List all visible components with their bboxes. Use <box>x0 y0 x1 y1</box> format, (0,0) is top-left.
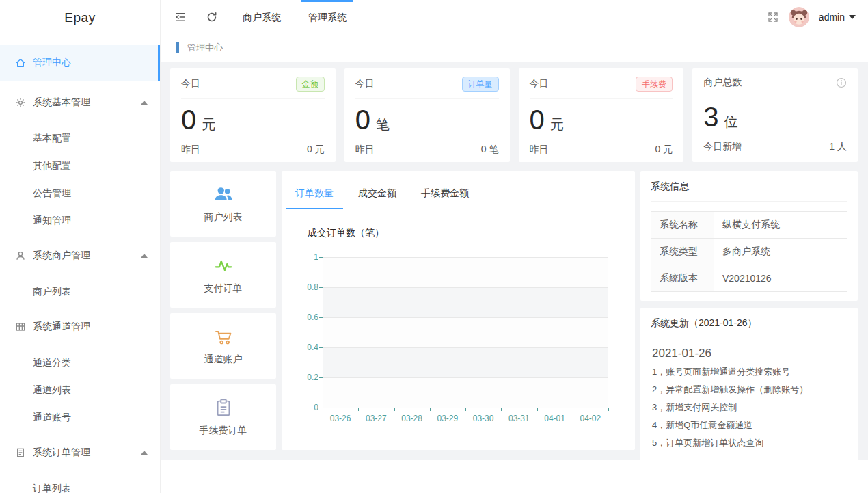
sidebar-item-other-config[interactable]: 其他配置 <box>0 152 160 179</box>
sidebar-children: 商户列表 <box>0 278 160 305</box>
avatar[interactable] <box>789 7 809 27</box>
sidebar: Epay 管理中心 系统基本管理 基本配置 其他配置 公告管理 通知管理 系统商… <box>0 0 161 493</box>
quick-action-label: 支付订单 <box>204 282 243 295</box>
stat-footer-value: 0 元 <box>307 144 325 156</box>
order-count-badge: 订单量 <box>462 77 499 92</box>
gear-icon <box>15 97 26 108</box>
refresh-icon <box>206 11 218 23</box>
fee-badge: 手续费 <box>636 77 673 92</box>
quick-actions-column: 商户列表 支付订单 通道账户 <box>170 171 276 450</box>
collapse-icon <box>174 11 187 23</box>
stat-card-merchant-total: 商户总数 3 位 今日新增 1 人 <box>692 68 858 162</box>
stat-footer-value: 0 笔 <box>481 144 499 156</box>
chart-panel: 订单数量 成交金额 手续费金额 成交订单数（笔） 00.20.40.60.810… <box>282 171 635 450</box>
stat-footer-label: 今日新增 <box>703 141 742 153</box>
panel-title: 系统信息 <box>651 181 847 202</box>
system-update-panel: 系统更新（2021-01-26） 2021-01-26 1，账号页面新增通道分类… <box>640 308 858 462</box>
quick-action-label: 通道账户 <box>204 354 243 366</box>
sidebar-section-merchant[interactable]: 系统商户管理 <box>0 242 160 269</box>
chevron-up-icon <box>141 101 148 105</box>
pulse-icon <box>213 255 234 276</box>
stat-title: 今日 <box>355 78 375 90</box>
tab-transaction-amount[interactable]: 成交金额 <box>358 176 396 209</box>
stat-unit: 元 <box>550 116 564 134</box>
quick-action-fee-orders[interactable]: 手续费订单 <box>170 384 276 450</box>
system-info-panel: 系统信息 系统名称 纵横支付系统 系统类型 多商户系统 <box>640 171 858 301</box>
caret-down-icon <box>849 15 856 19</box>
info-label: 系统名称 <box>651 212 714 239</box>
sidebar-section-order[interactable]: 系统订单管理 <box>0 439 160 466</box>
order-chart: 00.20.40.60.8103-2603-2703-2803-2903-300… <box>299 253 615 428</box>
stat-title: 今日 <box>181 78 200 90</box>
sidebar-section-system-basic[interactable]: 系统基本管理 <box>0 89 160 116</box>
sidebar-item-merchant-list[interactable]: 商户列表 <box>0 278 160 305</box>
stat-value: 0 <box>181 105 196 135</box>
page-footer-spacer <box>161 460 868 493</box>
tab-admin-system[interactable]: 管理系统 <box>304 0 351 34</box>
breadcrumb-accent-bar <box>176 42 179 53</box>
stat-card-orders: 今日 订单量 0 笔 昨日 0 笔 <box>344 68 510 162</box>
tab-fee-amount[interactable]: 手续费金额 <box>421 176 469 209</box>
refresh-button[interactable] <box>206 11 218 23</box>
amount-badge: 金额 <box>296 77 325 92</box>
chevron-up-icon <box>141 254 148 258</box>
info-label: 系统版本 <box>651 265 714 292</box>
breadcrumb: 管理中心 <box>161 34 868 62</box>
sidebar-section-channel[interactable]: 系统通道管理 <box>0 313 160 341</box>
sidebar-children: 基本配置 其他配置 公告管理 通知管理 <box>0 124 160 234</box>
sidebar-item-dashboard[interactable]: 管理中心 <box>0 45 160 81</box>
app: Epay 管理中心 系统基本管理 基本配置 其他配置 公告管理 通知管理 系统商… <box>0 0 868 493</box>
stat-footer-label: 昨日 <box>530 144 549 156</box>
sidebar-item-notification[interactable]: 通知管理 <box>0 206 160 234</box>
sidebar-item-announcement[interactable]: 公告管理 <box>0 179 160 206</box>
stat-card-row: 今日 金额 0 元 昨日 0 元 今日 订单量 <box>170 68 858 162</box>
stat-footer-label: 昨日 <box>181 144 200 156</box>
table-row: 系统类型 多商户系统 <box>651 239 847 265</box>
sidebar-section-label: 系统订单管理 <box>33 447 90 459</box>
sidebar-children: 通道分类 通道列表 通道账号 <box>0 349 160 431</box>
quick-action-channel-accounts[interactable]: 通道账户 <box>170 313 276 379</box>
list-item: 4，新增Q币任意金额通道 <box>651 416 847 434</box>
list-item: 5，订单页新增订单状态查询 <box>651 434 847 452</box>
user-menu[interactable]: admin <box>819 12 856 23</box>
topbar-right: admin <box>767 7 856 27</box>
stat-value: 0 <box>355 105 370 135</box>
user-name-label: admin <box>819 12 845 23</box>
quick-action-pay-orders[interactable]: 支付订单 <box>170 242 276 308</box>
middle-row: 商户列表 支付订单 通道账户 <box>170 171 858 450</box>
info-label: 系统类型 <box>651 239 714 265</box>
breadcrumb-text: 管理中心 <box>187 42 223 54</box>
chart-title: 成交订单数（笔） <box>308 227 621 239</box>
collapse-sidebar-button[interactable] <box>174 11 187 23</box>
info-value: 多商户系统 <box>714 239 847 265</box>
chevron-up-icon <box>141 451 148 455</box>
sidebar-item-basic-config[interactable]: 基本配置 <box>0 124 160 152</box>
sidebar-section-label: 系统通道管理 <box>33 321 90 333</box>
sidebar-item-order-list[interactable]: 订单列表 <box>0 475 160 493</box>
fullscreen-icon <box>767 11 779 23</box>
grid-icon <box>15 321 26 332</box>
list-item: 2，异常配置新增触发操作（删除账号） <box>651 381 847 399</box>
stat-unit: 位 <box>724 113 738 131</box>
quick-action-label: 商户列表 <box>204 211 243 224</box>
user-icon <box>15 250 26 261</box>
sidebar-item-channel-account[interactable]: 通道账号 <box>0 403 160 431</box>
dashboard-content: 今日 金额 0 元 昨日 0 元 今日 订单量 <box>161 62 868 460</box>
info-value: 纵横支付系统 <box>714 212 847 239</box>
sidebar-section-label: 系统基本管理 <box>33 96 90 109</box>
stat-unit: 元 <box>202 116 215 134</box>
sidebar-item-channel-list[interactable]: 通道列表 <box>0 376 160 403</box>
system-info-table: 系统名称 纵横支付系统 系统类型 多商户系统 系统版本 V20210126 <box>651 211 847 292</box>
stat-unit: 笔 <box>376 116 390 134</box>
right-column: 系统信息 系统名称 纵横支付系统 系统类型 多商户系统 <box>640 171 858 450</box>
fullscreen-button[interactable] <box>767 11 779 23</box>
stat-title: 商户总数 <box>703 77 742 89</box>
stat-card-amount: 今日 金额 0 元 昨日 0 元 <box>170 68 336 162</box>
sidebar-item-channel-category[interactable]: 通道分类 <box>0 349 160 376</box>
quick-action-merchant-list[interactable]: 商户列表 <box>170 171 276 237</box>
info-value: V20210126 <box>714 265 847 292</box>
panel-title: 系统更新（2021-01-26） <box>651 317 847 338</box>
info-icon[interactable] <box>836 77 847 88</box>
tab-merchant-system[interactable]: 商户系统 <box>239 0 285 34</box>
tab-order-count[interactable]: 订单数量 <box>295 176 334 209</box>
